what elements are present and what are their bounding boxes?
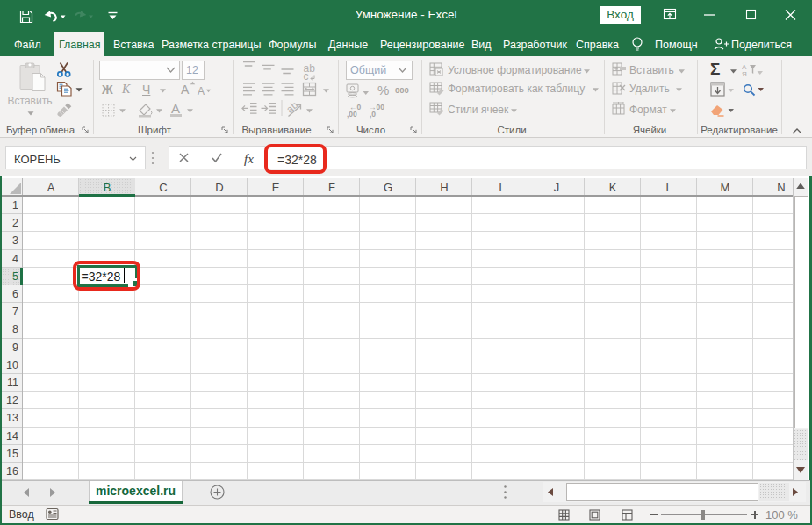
svg-text:fx: fx [244, 152, 254, 166]
svg-text:Я: Я [742, 70, 747, 77]
svg-text:c: c [304, 70, 309, 83]
svg-text:%: % [377, 83, 389, 97]
svg-text:000: 000 [395, 85, 409, 95]
svg-text:,0: ,0 [370, 110, 376, 119]
svg-text:,00: ,00 [347, 110, 357, 119]
svg-text:ab: ab [284, 99, 300, 114]
